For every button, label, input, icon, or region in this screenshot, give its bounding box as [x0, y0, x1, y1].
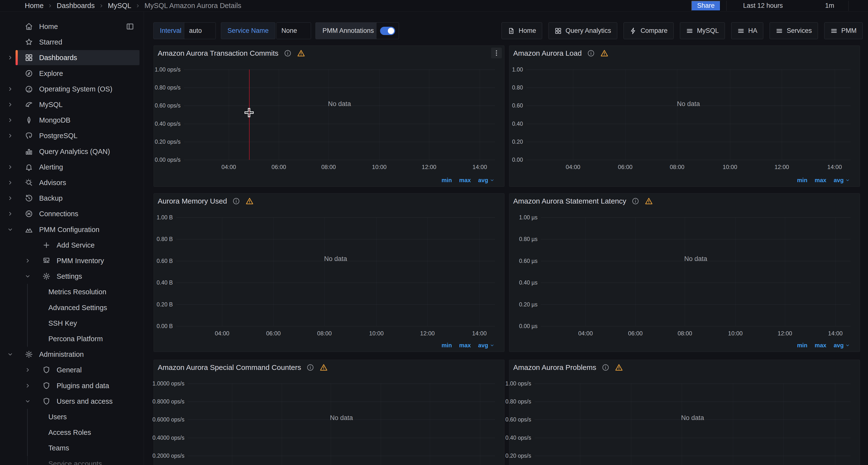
legend-item-max[interactable]: max: [815, 177, 827, 184]
panel-header[interactable]: Amazon Aurora Load: [509, 46, 860, 61]
chevron-right-icon[interactable]: [7, 133, 13, 139]
plot-area[interactable]: 1.000.800.600.400.200.0004:0006:0008:001…: [526, 69, 850, 160]
panel-header[interactable]: Amazon Aurora Special Command Counters: [154, 360, 504, 375]
sidebar-item-query-analytics-qan[interactable]: Query Analytics (QAN): [0, 144, 144, 159]
panel-header[interactable]: Aurora Memory Used: [154, 194, 504, 209]
dashboard-link-mysql[interactable]: MySQL: [680, 22, 725, 39]
sidebar-item-service-accounts[interactable]: Service accounts: [0, 456, 144, 465]
plot-area[interactable]: 1.00 ops/s0.80 ops/s0.60 ops/s0.40 ops/s…: [184, 69, 495, 160]
legend-item-min[interactable]: min: [797, 177, 807, 184]
menu-icon[interactable]: [6, 1, 16, 10]
plot-area[interactable]: 1.00 B0.80 B0.60 B0.40 B0.20 B0.00 B04:0…: [176, 217, 495, 326]
dashboard-link-pmm[interactable]: PMM: [824, 22, 863, 39]
sidebar-item-pmm-configuration[interactable]: PMM Configuration: [0, 222, 144, 237]
legend-item-min[interactable]: min: [441, 342, 452, 349]
plot-area[interactable]: 1.00 µs0.80 µs0.60 µs0.40 µs0.20 µs0.00 …: [541, 217, 850, 326]
chevron-down-icon[interactable]: [25, 398, 31, 404]
refresh-interval-picker[interactable]: 1m: [825, 2, 842, 9]
legend-item-avg[interactable]: avg: [478, 177, 495, 184]
sidebar-item-teams[interactable]: Teams: [0, 440, 144, 456]
dashboard-link-query-analytics[interactable]: Query Analytics: [549, 22, 617, 39]
share-button[interactable]: Share: [691, 1, 720, 11]
zoom-out-icon[interactable]: [797, 2, 805, 10]
sidebar-item-advisors[interactable]: Advisors: [0, 175, 144, 191]
panel-header[interactable]: Amazon Aurora Problems: [509, 360, 860, 375]
chevron-right-icon[interactable]: [7, 117, 13, 123]
info-circle-icon[interactable]: [284, 49, 291, 57]
warning-triangle-icon[interactable]: [600, 49, 609, 57]
sidebar-item-settings[interactable]: Settings: [0, 268, 144, 284]
panel-header[interactable]: Amazon Aurora Statement Latency: [509, 194, 860, 209]
info-circle-icon[interactable]: [306, 364, 314, 371]
chevron-down-icon[interactable]: [25, 273, 31, 280]
sidebar-item-dashboards[interactable]: Dashboards: [0, 50, 144, 65]
chevron-right-icon[interactable]: [25, 258, 31, 264]
sidebar-item-administration[interactable]: Administration: [0, 347, 144, 362]
legend-item-avg[interactable]: avg: [834, 342, 850, 349]
dashboard-settings-gear-icon[interactable]: [677, 2, 685, 10]
chevron-right-icon[interactable]: [25, 367, 31, 373]
breadcrumb-item-mysql[interactable]: MySQL: [108, 2, 131, 10]
breadcrumb-item-home[interactable]: Home: [25, 2, 43, 10]
sidebar-item-home[interactable]: Home: [0, 19, 144, 34]
sidebar-item-users-and-access[interactable]: Users and access: [0, 394, 144, 409]
sidebar-item-metrics-resolution[interactable]: Metrics Resolution: [0, 284, 144, 300]
dashboard-link-ha[interactable]: HA: [731, 22, 764, 39]
sidebar-item-backup[interactable]: Backup: [0, 191, 144, 206]
legend-item-max[interactable]: max: [459, 177, 471, 184]
sidebar-item-explore[interactable]: Explore: [0, 66, 144, 81]
warning-triangle-icon[interactable]: [297, 49, 305, 57]
info-circle-icon[interactable]: [631, 197, 639, 205]
legend-item-min[interactable]: min: [797, 342, 807, 349]
chevron-right-icon[interactable]: [7, 211, 13, 217]
plot-area[interactable]: 1.00 ops/s0.80 ops/s0.60 ops/s0.40 ops/s…: [535, 383, 850, 465]
chevron-right-icon[interactable]: [7, 86, 13, 92]
panel-menu-button[interactable]: [491, 48, 502, 58]
sidebar-item-access-roles[interactable]: Access Roles: [0, 425, 144, 440]
panel-header[interactable]: Amazon Aurora Transaction Commits: [154, 46, 504, 61]
info-circle-icon[interactable]: [602, 364, 610, 371]
chevron-right-icon[interactable]: [7, 195, 13, 201]
info-circle-icon[interactable]: [232, 197, 240, 205]
chevron-right-icon[interactable]: [7, 55, 13, 61]
sidebar-item-postgresql[interactable]: PostgreSQL: [0, 128, 144, 144]
plot-area[interactable]: 1.0000 ops/s0.8000 ops/s0.6000 ops/s0.40…: [188, 383, 495, 465]
sidebar-item-percona-platform[interactable]: Percona Platform: [0, 331, 144, 347]
dashboard-link-home[interactable]: Home: [501, 22, 542, 39]
collapse-sidebar-icon[interactable]: [126, 22, 134, 31]
warning-triangle-icon[interactable]: [645, 197, 653, 205]
interval-variable-select[interactable]: auto: [184, 22, 216, 39]
time-range-picker[interactable]: Last 12 hours: [733, 2, 791, 10]
legend-item-max[interactable]: max: [815, 342, 827, 349]
legend-item-avg[interactable]: avg: [834, 177, 850, 184]
sidebar-item-plugins-and-data[interactable]: Plugins and data: [0, 378, 144, 394]
chevron-right-icon[interactable]: [7, 179, 13, 186]
legend-item-min[interactable]: min: [441, 177, 452, 184]
sidebar-item-add-service[interactable]: Add Service: [0, 237, 144, 253]
legend-item-max[interactable]: max: [459, 342, 471, 349]
refresh-icon[interactable]: [811, 2, 819, 10]
chevron-down-icon[interactable]: [7, 351, 13, 357]
sidebar-item-pmm-inventory[interactable]: PMM Inventory: [0, 253, 144, 268]
sidebar-item-mysql[interactable]: MySQL: [0, 97, 144, 112]
sidebar-item-users[interactable]: Users: [0, 409, 144, 425]
dashboard-link-services[interactable]: Services: [770, 22, 818, 39]
legend-item-avg[interactable]: avg: [478, 342, 495, 349]
favorite-star-icon[interactable]: [244, 2, 251, 9]
sidebar-item-starred[interactable]: Starred: [0, 34, 144, 50]
chevron-right-icon[interactable]: [25, 383, 31, 389]
pmm-annotations-toggle[interactable]: [376, 22, 399, 39]
warning-triangle-icon[interactable]: [615, 364, 623, 372]
sidebar-item-ssh-key[interactable]: SSH Key: [0, 315, 144, 331]
service-name-variable-select[interactable]: None: [276, 22, 311, 39]
sidebar-item-connections[interactable]: Connections: [0, 206, 144, 222]
chevron-right-icon[interactable]: [7, 101, 13, 108]
warning-triangle-icon[interactable]: [319, 364, 328, 372]
warning-triangle-icon[interactable]: [245, 197, 254, 205]
sidebar-item-alerting[interactable]: Alerting: [0, 159, 144, 175]
sidebar-item-operating-system-os[interactable]: Operating System (OS): [0, 81, 144, 97]
chevron-right-icon[interactable]: [7, 164, 13, 170]
sidebar-item-advanced-settings[interactable]: Advanced Settings: [0, 300, 144, 315]
info-circle-icon[interactable]: [587, 49, 595, 57]
dashboard-link-compare[interactable]: Compare: [624, 22, 674, 39]
